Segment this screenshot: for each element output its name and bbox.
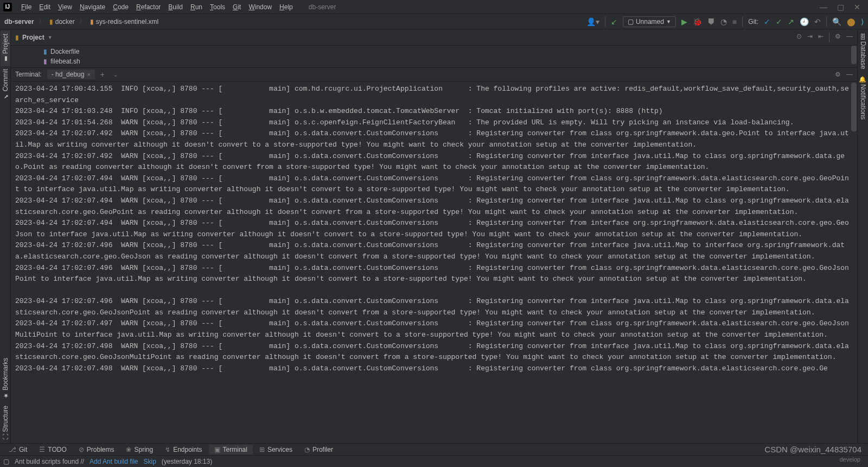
menu-navigate[interactable]: Navigate <box>76 2 109 12</box>
menu-window[interactable]: Window <box>245 2 276 12</box>
scrollbar-thumb[interactable] <box>851 83 857 131</box>
event-log-icon[interactable]: ▢ <box>3 458 9 465</box>
chevron-down-icon[interactable]: ▼ <box>48 35 53 40</box>
scrollbar-thumb[interactable] <box>851 46 857 64</box>
breadcrumb-folder[interactable]: docker <box>55 18 75 26</box>
project-tree[interactable]: ▮Dockerfile ▮filebeat.sh <box>11 46 857 67</box>
separator <box>826 17 827 27</box>
terminal-tab-name: - hd_debug <box>52 71 85 78</box>
project-rail-button[interactable]: ▮Project <box>1 30 10 66</box>
menu-tools[interactable]: Tools <box>206 2 229 12</box>
bottom-tab-services[interactable]: ⊞Services <box>254 445 298 455</box>
gear-icon[interactable]: ⚙ <box>835 33 841 42</box>
close-button[interactable]: ✕ <box>854 3 860 11</box>
terminal-tab[interactable]: - hd_debug × <box>47 70 95 79</box>
chevron-right-icon: 〉 <box>39 17 45 26</box>
bell-icon: 🔔 <box>859 75 866 83</box>
vcs-update-icon[interactable]: ✓ <box>764 17 770 26</box>
bookmark-icon: ★ <box>2 392 9 399</box>
separator <box>829 33 829 42</box>
breadcrumb-file[interactable]: sys-redis-sentinel.xml <box>96 18 158 26</box>
vcs-history-icon[interactable]: 🕘 <box>800 17 809 26</box>
select-opened-file-icon[interactable]: ⊙ <box>796 33 802 42</box>
menu-run[interactable]: Run <box>187 2 206 12</box>
profiler-icon[interactable]: ◔ <box>720 17 727 26</box>
menu-edit[interactable]: Edit <box>35 2 54 12</box>
left-tool-rail: ▮Project ✔Commit ★Bookmarks ⛶Structure <box>0 29 11 443</box>
debug-bug-icon[interactable]: 🐞 <box>693 17 702 26</box>
separator <box>605 17 605 27</box>
database-rail-button[interactable]: 🗄Database <box>858 30 868 72</box>
search-icon[interactable]: 🔍 <box>832 17 841 26</box>
menu-bar: IJ FileEditViewNavigateCodeRefactorBuild… <box>0 0 868 14</box>
terminal-output[interactable]: 2023-04-24 17:00:43.155 INFO [xcoa,,] 87… <box>11 81 857 443</box>
vcs-push-icon[interactable]: ↗ <box>788 17 794 26</box>
notifications-rail-button[interactable]: 🔔Notifications <box>858 72 868 123</box>
run-config-name: Unnamed <box>636 18 664 26</box>
run-play-icon[interactable]: ▶ <box>681 17 687 26</box>
todo-icon: ☰ <box>39 446 45 453</box>
bottom-tab-profiler[interactable]: ◔Profiler <box>299 445 339 455</box>
menu-help[interactable]: Help <box>276 2 297 12</box>
window-title: db-server <box>309 3 336 11</box>
run-configuration-dropdown[interactable]: ▢ Unnamed ▼ <box>623 16 676 27</box>
terminal-dropdown-icon[interactable]: ⌄ <box>110 72 121 78</box>
hide-toolwindow-icon[interactable]: — <box>846 33 853 42</box>
menu-build[interactable]: Build <box>164 2 187 12</box>
spring-icon: ❀ <box>126 446 131 453</box>
bottom-tab-endpoints[interactable]: ↯Endpoints <box>159 445 207 455</box>
status-link-skip[interactable]: Skip <box>143 458 156 465</box>
vcs-rollback-icon[interactable]: ↶ <box>814 17 821 26</box>
breadcrumb-project[interactable]: db-server <box>4 18 34 26</box>
project-toolwindow-header: ▮ Project ▼ ⊙ ⇥ ⇤ ⚙ — <box>11 29 857 46</box>
database-icon: 🗄 <box>860 34 866 40</box>
expand-all-icon[interactable]: ⇥ <box>807 33 813 42</box>
coverage-icon[interactable]: ⛊ <box>707 17 715 26</box>
maximize-button[interactable]: ▢ <box>837 3 844 11</box>
user-icon[interactable]: 👤▾ <box>586 17 599 26</box>
ide-update-icon[interactable]: ⬤ <box>847 17 856 26</box>
close-tab-icon[interactable]: × <box>87 71 90 78</box>
commit-rail-button[interactable]: ✔Commit <box>1 66 10 103</box>
xml-file-icon: ▮ <box>90 18 94 26</box>
bottom-toolwindow-tabs: ⎇Git☰TODO⊘Problems❀Spring↯Endpoints▣Term… <box>0 443 868 455</box>
bottom-tab-spring[interactable]: ❀Spring <box>120 445 158 455</box>
problems-icon: ⊘ <box>79 446 84 453</box>
new-terminal-icon[interactable]: + <box>97 70 108 79</box>
project-toolwindow-title[interactable]: Project <box>22 34 44 41</box>
menu-git[interactable]: Git <box>229 2 245 12</box>
gear-icon[interactable]: ⚙ <box>835 71 841 78</box>
chevron-right-icon: 〉 <box>79 17 86 26</box>
menu-file[interactable]: File <box>17 2 35 12</box>
endpoints-icon: ↯ <box>165 446 170 453</box>
bookmarks-rail-button[interactable]: ★Bookmarks <box>1 355 10 402</box>
structure-rail-button[interactable]: ⛶Structure <box>1 402 10 443</box>
terminal-icon: ▣ <box>214 446 220 453</box>
build-hammer-icon[interactable]: ↙ <box>611 17 617 26</box>
menu-refactor[interactable]: Refactor <box>132 2 164 12</box>
status-time: (yesterday 18:13) <box>162 458 212 465</box>
app-logo: IJ <box>3 3 12 11</box>
terminal-label: Terminal: <box>15 71 42 78</box>
menu-code[interactable]: Code <box>109 2 132 12</box>
separator <box>742 17 743 27</box>
code-with-me-icon[interactable]: ⟩ <box>861 17 864 26</box>
project-icon: ▮ <box>15 34 19 41</box>
bottom-tab-problems[interactable]: ⊘Problems <box>73 445 120 455</box>
project-tree-item: ▮filebeat.sh <box>43 56 857 66</box>
bottom-tab-git[interactable]: ⎇Git <box>3 445 33 455</box>
services-icon: ⊞ <box>259 446 265 453</box>
status-message: Ant build scripts found // <box>15 458 84 465</box>
vcs-commit-icon[interactable]: ✓ <box>776 17 782 26</box>
status-bar: ▢ Ant build scripts found // Add Ant bui… <box>0 455 868 467</box>
status-link-add[interactable]: Add Ant build file <box>90 458 138 465</box>
bottom-tab-terminal[interactable]: ▣Terminal <box>209 445 253 455</box>
commit-icon: ✔ <box>2 93 9 100</box>
bottom-tab-todo[interactable]: ☰TODO <box>34 445 72 455</box>
minimize-button[interactable]: — <box>820 3 827 11</box>
stop-icon[interactable]: ■ <box>732 17 737 26</box>
hide-toolwindow-icon[interactable]: — <box>846 71 853 78</box>
collapse-all-icon[interactable]: ⇤ <box>818 33 824 42</box>
profiler-icon: ◔ <box>304 446 310 453</box>
menu-view[interactable]: View <box>54 2 76 12</box>
